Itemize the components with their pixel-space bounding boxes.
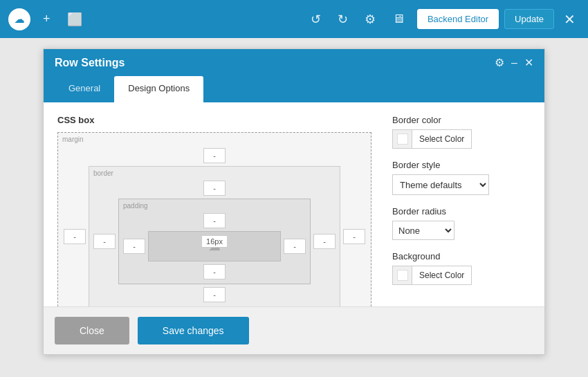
background-color-swatch[interactable] (392, 266, 412, 285)
border-style-label: Border style (392, 160, 531, 170)
border-radius-label: Border radius (392, 206, 531, 217)
add-icon[interactable]: + (39, 8, 55, 30)
center-cloud-icon: ☁ (208, 239, 221, 254)
padding-right-input[interactable] (284, 239, 306, 254)
layout-icon[interactable]: ⬜ (63, 8, 86, 31)
border-top-input[interactable] (203, 181, 226, 196)
toolbar-close-icon[interactable]: ✕ (560, 7, 580, 32)
padding-bottom-input[interactable] (203, 264, 226, 279)
border-style-select[interactable]: Theme defaults None Solid Dashed Dotted (392, 174, 489, 195)
background-label: Background (392, 251, 531, 261)
padding-label: padding (123, 202, 148, 210)
tab-design-options[interactable]: Design Options (114, 76, 203, 102)
border-label: border (93, 169, 113, 177)
padding-top-input[interactable] (203, 213, 226, 228)
panel-close-icon[interactable]: ✕ (524, 56, 533, 69)
border-radius-select[interactable]: None 1px 2px 4px 8px (392, 221, 454, 240)
backend-editor-button[interactable]: Backend Editor (417, 9, 499, 29)
main-toolbar: ☁ + ⬜ ↺ ↻ ⚙ 🖥 Backend Editor Update ✕ (0, 0, 588, 38)
close-button[interactable]: Close (55, 317, 129, 344)
logo-icon: ☁ (15, 14, 24, 25)
border-color-select-button[interactable]: Select Color (412, 129, 472, 149)
redo-icon[interactable]: ↻ (333, 8, 352, 31)
border-color-group: Border color Select Color (392, 115, 531, 149)
padding-left-input[interactable] (123, 239, 145, 254)
margin-top-row (64, 148, 365, 163)
update-button[interactable]: Update (504, 9, 554, 29)
margin-middle-row: border padding (64, 166, 365, 306)
border-color-swatch[interactable] (392, 129, 412, 149)
border-color-row: Select Color (392, 129, 531, 149)
border-bottom-input[interactable] (203, 287, 226, 302)
options-section: Border color Select Color Border style T… (392, 115, 531, 294)
logo: ☁ (8, 8, 30, 30)
margin-right-input[interactable] (343, 229, 365, 244)
background-color-select-button[interactable]: Select Color (412, 266, 472, 285)
row-settings-panel: Row Settings ⚙ – ✕ General Design Option… (43, 48, 545, 355)
save-button[interactable]: Save changes (138, 317, 249, 344)
panel-header: Row Settings ⚙ – ✕ (44, 49, 544, 76)
panel-gear-icon[interactable]: ⚙ (495, 56, 504, 69)
undo-icon[interactable]: ↺ (306, 8, 325, 31)
panel-footer: Close Save changes (44, 306, 544, 354)
css-box-section: CSS box margin border (57, 115, 371, 294)
bg-swatch-inner (397, 270, 408, 281)
css-box-title: CSS box (57, 115, 371, 125)
settings-icon[interactable]: ⚙ (360, 8, 380, 31)
margin-box: margin border (57, 132, 371, 306)
margin-label: margin (62, 136, 84, 143)
tab-general[interactable]: General (55, 76, 114, 102)
border-right-input[interactable] (313, 234, 336, 249)
panel-header-icons: ⚙ – ✕ (495, 56, 533, 69)
border-color-label: Border color (392, 115, 531, 125)
background-group: Background Select Color (392, 251, 531, 285)
margin-left-input[interactable] (64, 229, 86, 244)
margin-top-input[interactable] (203, 148, 226, 163)
border-style-group: Border style Theme defaults None Solid D… (392, 160, 531, 195)
border-radius-group: Border radius None 1px 2px 4px 8px (392, 206, 531, 240)
display-icon[interactable]: 🖥 (388, 8, 409, 30)
panel-tabs: General Design Options (44, 76, 544, 102)
border-left-input[interactable] (93, 234, 116, 249)
toolbar-right: Backend Editor Update ✕ (417, 7, 580, 32)
panel-body: CSS box margin border (44, 102, 544, 306)
color-swatch-inner (397, 134, 408, 145)
background-color-row: Select Color (392, 266, 531, 285)
panel-minimize-icon[interactable]: – (511, 57, 517, 69)
panel-title: Row Settings (55, 57, 125, 69)
